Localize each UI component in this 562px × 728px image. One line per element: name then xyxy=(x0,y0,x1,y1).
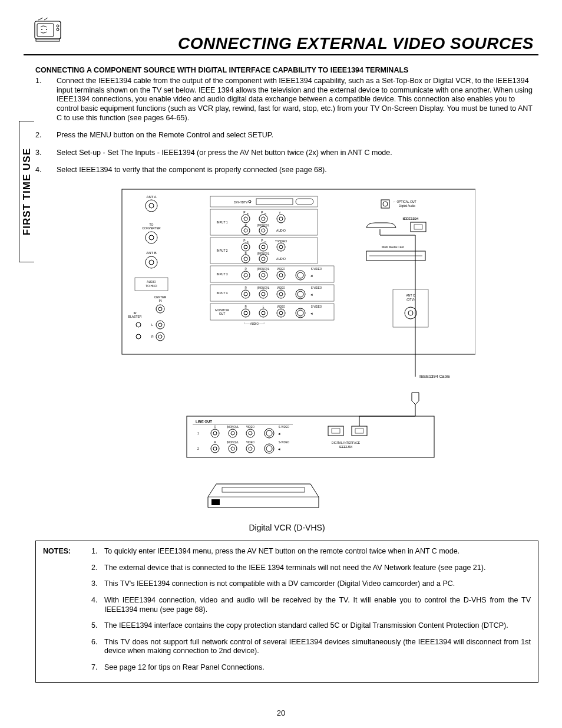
svg-text:IEEE1394: IEEE1394 xyxy=(339,445,353,449)
svg-text:◂: ◂ xyxy=(310,311,313,315)
page-title: CONNECTING EXTERNAL VIDEO SOURCES xyxy=(178,34,534,52)
svg-text:INPUT 2: INPUT 2 xyxy=(216,249,227,252)
svg-point-160 xyxy=(266,430,272,436)
svg-point-78 xyxy=(259,255,267,263)
sidebar-tab: FIRST TIME USE xyxy=(19,121,34,262)
instruction-steps: Connect the IEEE1394 cable from the outp… xyxy=(35,77,538,175)
svg-text:R: R xyxy=(151,335,154,338)
svg-point-170 xyxy=(231,447,234,450)
svg-text:S-VIDEO: S-VIDEO xyxy=(311,305,322,308)
svg-point-124 xyxy=(296,308,305,318)
svg-text:CONVERTER: CONVERTER xyxy=(142,226,161,230)
svg-point-103 xyxy=(244,292,247,296)
svg-point-35 xyxy=(158,335,162,338)
svg-point-105 xyxy=(262,292,265,296)
svg-text:(MONO)/L: (MONO)/L xyxy=(257,286,270,289)
svg-text:(DTV): (DTV) xyxy=(406,298,415,301)
svg-point-2 xyxy=(57,25,59,27)
svg-point-153 xyxy=(211,429,219,437)
svg-text:IEEE1394 Cable: IEEE1394 Cable xyxy=(419,374,450,378)
svg-point-3 xyxy=(57,28,59,31)
svg-text:IEEE1394: IEEE1394 xyxy=(402,217,419,220)
svg-point-87 xyxy=(242,271,250,279)
svg-text:P: P xyxy=(243,239,246,242)
svg-point-53 xyxy=(279,217,283,220)
note-item: This TV does not support full network co… xyxy=(91,638,531,656)
svg-text:ANT C: ANT C xyxy=(406,294,415,297)
svg-point-171 xyxy=(246,444,254,453)
svg-point-107 xyxy=(279,292,283,296)
svg-point-31 xyxy=(156,321,164,329)
svg-text:◂: ◂ xyxy=(278,447,280,451)
svg-text:VIDEO: VIDEO xyxy=(277,286,286,289)
title-rule xyxy=(24,54,538,55)
svg-text:Digital Audio: Digital Audio xyxy=(399,204,415,207)
svg-point-93 xyxy=(296,271,305,280)
svg-text:P: P xyxy=(261,210,263,214)
svg-text:S-VIDEO: S-VIDEO xyxy=(311,286,322,289)
svg-text:Y: Y xyxy=(279,211,281,215)
svg-point-48 xyxy=(242,215,250,223)
svg-point-168 xyxy=(213,447,217,450)
svg-point-58 xyxy=(259,226,267,235)
svg-text:Multi Media Card: Multi Media Card xyxy=(382,245,404,249)
svg-text:BLASTER: BLASTER xyxy=(128,315,142,318)
vcr-device-icon xyxy=(208,484,319,508)
svg-text:ANT B: ANT B xyxy=(146,251,157,255)
svg-text:LINE OUT: LINE OUT xyxy=(196,420,212,423)
svg-point-73 xyxy=(279,245,283,249)
svg-rect-176 xyxy=(328,426,343,436)
svg-point-118 xyxy=(242,309,250,317)
svg-point-125 xyxy=(297,310,303,316)
svg-rect-134 xyxy=(414,225,422,229)
tv-cartoon-icon xyxy=(32,18,65,42)
svg-text:L: L xyxy=(151,323,153,327)
svg-point-68 xyxy=(242,243,250,251)
svg-point-174 xyxy=(266,446,272,452)
svg-point-88 xyxy=(244,274,247,277)
svg-text:Y/VIDEO: Y/VIDEO xyxy=(275,239,287,243)
svg-point-52 xyxy=(277,215,285,223)
svg-line-5 xyxy=(44,18,48,20)
svg-point-154 xyxy=(213,431,217,435)
svg-point-32 xyxy=(158,323,162,327)
svg-point-129 xyxy=(383,202,388,206)
svg-point-92 xyxy=(279,274,283,277)
svg-rect-39 xyxy=(256,199,293,205)
svg-text:S-VIDEO: S-VIDEO xyxy=(279,441,290,444)
svg-rect-177 xyxy=(332,429,340,433)
svg-text:◂: ◂ xyxy=(278,431,280,436)
svg-text:DIGITAL INTERFACE: DIGITAL INTERFACE xyxy=(332,441,361,444)
svg-point-50 xyxy=(259,215,267,223)
step: Connect the IEEE1394 cable from the outp… xyxy=(35,77,538,123)
svg-point-57 xyxy=(244,229,247,232)
svg-point-106 xyxy=(277,290,285,298)
svg-rect-1 xyxy=(37,24,54,37)
svg-point-158 xyxy=(249,431,252,435)
svg-point-10 xyxy=(146,200,157,212)
note-item: With IEEE1394 connection, video and audi… xyxy=(91,596,531,614)
page-number: 20 xyxy=(0,709,562,717)
svg-point-14 xyxy=(146,232,157,243)
note-item: This TV's IEEE1394 connection is not com… xyxy=(91,579,531,589)
svg-point-59 xyxy=(262,229,265,232)
svg-text:VIDEO: VIDEO xyxy=(277,305,286,308)
svg-point-29 xyxy=(136,334,141,339)
svg-point-141 xyxy=(405,307,416,319)
svg-point-56 xyxy=(242,226,250,235)
svg-point-169 xyxy=(229,444,237,453)
svg-point-159 xyxy=(265,429,274,438)
svg-text:AUDIO: AUDIO xyxy=(276,229,286,232)
svg-point-7 xyxy=(41,29,42,30)
svg-point-172 xyxy=(249,447,252,450)
svg-point-120 xyxy=(259,309,267,317)
svg-text:P: P xyxy=(261,239,263,242)
svg-text:1: 1 xyxy=(197,431,199,435)
svg-point-122 xyxy=(277,309,285,317)
step: Select IEEE1394 to verify that the compo… xyxy=(35,166,538,175)
svg-point-11 xyxy=(149,203,154,208)
svg-point-173 xyxy=(265,444,274,453)
svg-point-121 xyxy=(262,311,265,315)
svg-line-4 xyxy=(38,18,43,20)
label-ant-a: ANT A xyxy=(146,195,156,199)
